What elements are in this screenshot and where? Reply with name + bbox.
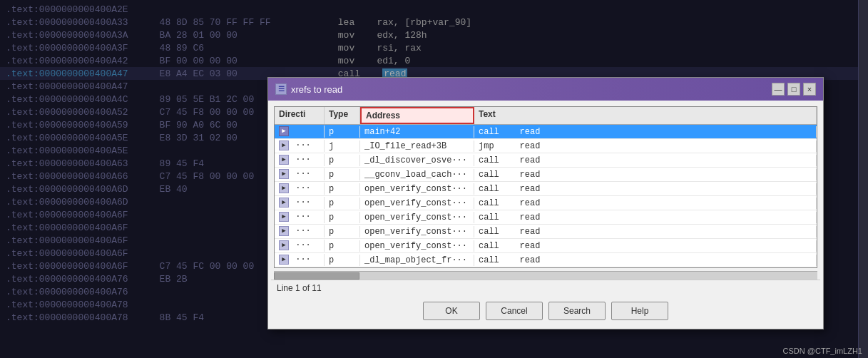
table-row[interactable]: ▶ ··· j _IO_file_read+3B jmp read <box>275 139 817 153</box>
cell-type: p <box>325 198 360 209</box>
cell-direction: ▶ ··· <box>275 183 325 194</box>
table-row[interactable]: ▶ ··· p open_verify_const··· call read <box>275 225 817 239</box>
cell-direction: ▶ ··· <box>275 197 325 208</box>
cell-direction: ▶ ··· <box>275 168 325 180</box>
dialog-titlebar: ☰ xrefs to read — □ × <box>268 78 823 101</box>
table-row[interactable]: ▶ ··· p _dl_discover_osve··· call read <box>275 153 817 168</box>
cell-address: open_verify_const··· <box>360 226 474 237</box>
cell-text: call read <box>474 198 817 209</box>
cell-address: _dl_discover_osve··· <box>360 155 474 166</box>
cell-text: call read <box>474 226 817 237</box>
table-row[interactable]: ▶ ··· p __gconv_load_cach··· call read <box>275 168 817 182</box>
cell-direction: ▶ ··· <box>275 225 325 237</box>
table-row[interactable]: ▶ p main+42 call read <box>275 125 817 139</box>
cell-type: p <box>325 255 360 266</box>
cell-text: call read <box>474 126 817 138</box>
dialog-title-left: ☰ xrefs to read <box>275 83 342 95</box>
cell-text: call read <box>474 183 817 195</box>
table-row[interactable]: ▶ ··· p open_verify_const··· call read <box>275 210 817 225</box>
cell-text: call read <box>474 155 817 166</box>
watermark: CSDN @CTF_imLZH1 <box>783 347 862 355</box>
table-row[interactable]: ▶ ··· p _dl_map_object_fr··· call read <box>275 253 817 267</box>
col-address: Address <box>360 107 474 124</box>
table-row[interactable]: ▶ ··· p open_verify_const··· call read <box>275 196 817 210</box>
cancel-button[interactable]: Cancel <box>486 302 543 320</box>
cell-direction: ▶ ··· <box>275 154 325 165</box>
table-body: ▶ p main+42 call read ▶ ··· j _IO_file_r… <box>275 125 817 267</box>
scroll-thumb[interactable] <box>274 272 359 280</box>
table-row[interactable]: ▶ ··· p open_verify_const··· call read <box>275 182 817 196</box>
cell-text: call read <box>474 240 817 252</box>
cell-address: main+42 <box>360 126 474 138</box>
table-header: Directi Type Address Text <box>275 107 817 125</box>
cell-type: p <box>325 169 360 180</box>
cell-text: jmp read <box>474 140 817 152</box>
cell-direction: ▶ ··· <box>275 211 325 223</box>
cell-address: open_verify_const··· <box>360 212 474 223</box>
cell-type: p <box>325 155 360 166</box>
cell-address: _dl_map_object_fr··· <box>360 255 474 266</box>
cell-direction: ▶ ··· <box>275 240 325 251</box>
minimize-button[interactable]: — <box>772 83 785 96</box>
search-button[interactable]: Search <box>548 302 606 320</box>
cell-address: open_verify_const··· <box>360 198 474 209</box>
cell-type: j <box>325 140 360 152</box>
cell-address: _IO_file_read+3B <box>360 140 474 152</box>
dialog-title-buttons: — □ × <box>772 83 816 96</box>
background-scrollbar[interactable] <box>858 0 868 358</box>
dialog-title-text: xrefs to read <box>291 84 342 95</box>
col-direction: Directi <box>275 107 325 124</box>
close-button[interactable]: × <box>803 83 816 96</box>
cell-type: p <box>325 240 360 252</box>
ok-button[interactable]: OK <box>423 302 480 320</box>
status-text: Line 1 of 11 <box>277 283 322 293</box>
xrefs-dialog: ☰ xrefs to read — □ × Directi Type Addre… <box>267 77 824 329</box>
button-bar: OK Cancel Search Help <box>271 296 820 326</box>
cell-type: p <box>325 183 360 195</box>
col-type: Type <box>325 107 360 124</box>
dialog-body: Directi Type Address Text ▶ p main+42 ca… <box>268 101 823 329</box>
maximize-button[interactable]: □ <box>787 83 800 96</box>
cell-text: call read <box>474 212 817 223</box>
dialog-icon: ☰ <box>275 83 287 95</box>
cell-type: p <box>325 126 360 138</box>
col-text: Text <box>474 107 817 124</box>
cell-direction: ▶ ··· <box>275 254 325 265</box>
cell-address: open_verify_const··· <box>360 240 474 252</box>
table-row[interactable]: ▶ ··· p open_verify_const··· call read <box>275 239 817 253</box>
cell-type: p <box>325 226 360 237</box>
cell-address: __gconv_load_cach··· <box>360 169 474 180</box>
help-button[interactable]: Help <box>611 302 668 320</box>
xrefs-table: Directi Type Address Text ▶ p main+42 ca… <box>274 106 817 268</box>
cell-text: call read <box>474 255 817 266</box>
cell-direction: ▶ <box>275 126 325 137</box>
cell-text: call read <box>474 169 817 180</box>
cell-direction: ▶ ··· <box>275 140 325 151</box>
cell-address: open_verify_const··· <box>360 183 474 195</box>
status-bar: Line 1 of 11 <box>271 280 820 296</box>
horizontal-scrollbar[interactable] <box>274 271 817 280</box>
cell-type: p <box>325 212 360 223</box>
